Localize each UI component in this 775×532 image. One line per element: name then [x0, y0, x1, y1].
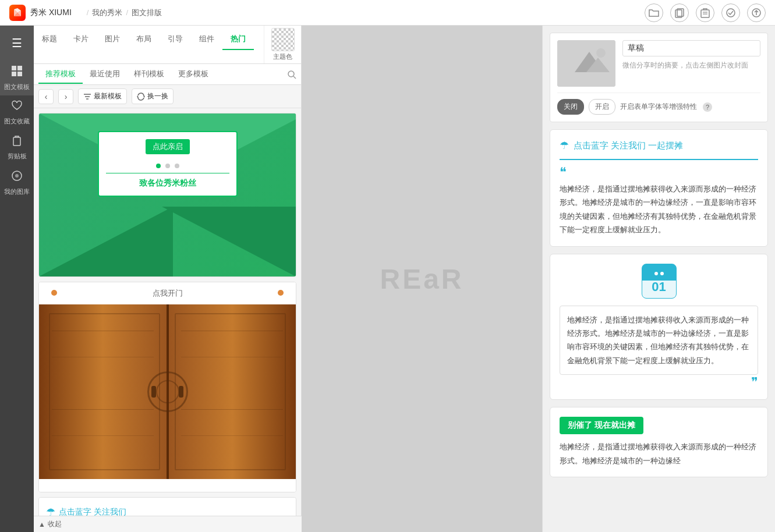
- envelope-body: 致各位秀米粉丝: [106, 178, 229, 189]
- svg-rect-11: [13, 137, 20, 146]
- subtab-magazine[interactable]: 样刊模板: [127, 65, 171, 84]
- article-header-1: ☂ 点击蓝字 关注我们 一起摆摊: [560, 139, 758, 160]
- article-header-top: ☂ 点击蓝字 关注我们 一起摆摊: [560, 139, 758, 152]
- toggle-description: 开启表单字体等增强特性: [620, 102, 697, 112]
- door-circle-outer: [147, 371, 188, 412]
- svg-rect-8: [17, 66, 22, 70]
- sidebar-item-templates[interactable]: 图文模板: [0, 61, 34, 95]
- filter-button[interactable]: 最新模板: [78, 88, 127, 104]
- dot-2: [165, 164, 170, 168]
- template-card-door[interactable]: 点我开门: [38, 282, 296, 492]
- cal-top: [642, 267, 676, 281]
- envelope-right-panel: [162, 207, 296, 276]
- svg-point-26: [596, 48, 606, 58]
- envelope-dots: [106, 164, 229, 168]
- copy-template-button[interactable]: [670, 3, 689, 22]
- subtab-more[interactable]: 更多模板: [171, 65, 215, 84]
- toggle-off-button[interactable]: 关闭: [557, 99, 584, 115]
- help-icon[interactable]: ?: [703, 102, 712, 112]
- article-body-2: 地摊经济，是指通过摆地摊获得收入来源而形成的一种经济形式。地摊经济是城市的一种边…: [567, 315, 749, 365]
- publish-button[interactable]: [747, 3, 766, 22]
- svg-point-14: [288, 71, 294, 77]
- svg-point-27: [654, 272, 658, 275]
- subtab-recent[interactable]: 最近使用: [83, 65, 127, 84]
- template-icon: [10, 65, 23, 80]
- topbar-actions: [645, 3, 766, 22]
- search-icon-area[interactable]: [287, 70, 296, 79]
- door-image: [39, 304, 296, 479]
- article-body-3: 地摊经济，是指通过摆地摊获得收入来源而形成的一种经济形式。地摊经济是城市的一种边…: [560, 440, 758, 467]
- switch-label: 换一换: [147, 91, 168, 101]
- envelope-title: 点此亲启: [146, 139, 190, 154]
- switch-button[interactable]: 换一换: [132, 88, 174, 104]
- tab-component[interactable]: 组件: [191, 29, 222, 50]
- subtab-recommend[interactable]: 推荐模板: [38, 65, 83, 84]
- door-header: 点我开门: [39, 282, 296, 304]
- letter-divider: [106, 173, 229, 173]
- tab-hot[interactable]: 热门: [222, 29, 254, 50]
- article-inner-box: 地摊经济，是指通过摆地摊获得收入来源而形成的一种经济形式。地摊经济是城市的一种边…: [560, 306, 758, 375]
- logo: 秀米 XIUMI: [9, 5, 72, 21]
- paste-button[interactable]: [696, 3, 714, 22]
- envelope-left-panel: [39, 207, 173, 276]
- toggle-row: 关闭 开启 开启表单字体等增强特性 ?: [557, 93, 760, 115]
- dot-3: [175, 164, 179, 168]
- brand-name: 秀米 XIUMI: [30, 8, 72, 18]
- page-title: 图文排版: [132, 8, 162, 18]
- svg-point-28: [660, 272, 664, 275]
- logo-icon: [9, 5, 26, 21]
- template-panel: 标题 卡片 图片 布局 引导 组件 热门 主题色 推荐模板 最近使用 样刊模板 …: [34, 26, 302, 532]
- door-right-dot: [277, 289, 284, 298]
- door-header-text: 点我开门: [153, 288, 183, 299]
- prev-page-button[interactable]: ‹: [38, 89, 54, 104]
- tab-layout[interactable]: 布局: [128, 29, 160, 50]
- gallery-label: 我的图库: [4, 187, 30, 196]
- tab-card[interactable]: 卡片: [65, 29, 97, 50]
- folder-button[interactable]: [645, 3, 663, 22]
- favorites-label: 图文收藏: [4, 117, 30, 126]
- toggle-on-button[interactable]: 开启: [589, 99, 615, 115]
- tab-image[interactable]: 图片: [97, 29, 128, 50]
- sidebar-item-gallery[interactable]: 我的图库: [0, 165, 34, 200]
- svg-rect-9: [12, 72, 16, 76]
- draft-section: 草稿 微信分享时的摘要，点击左侧图片改封面 关闭 开启 开启表单字体等增强特性 …: [550, 33, 768, 122]
- topbar: 秀米 XIUMI / 我的秀米 / 图文排版: [0, 0, 775, 26]
- article-section-3: 别催了 现在就出摊 地摊经济，是指通过摆地摊获得收入来源而形成的一种经济形式。地…: [550, 407, 768, 477]
- collapse-bar[interactable]: ▲ 收起: [34, 516, 302, 532]
- door-left-dot: [51, 289, 58, 298]
- draft-info: 草稿 微信分享时的摘要，点击左侧图片改封面: [622, 40, 760, 87]
- calendar-badge: 01: [560, 264, 758, 299]
- sidebar-item-clipboard[interactable]: 剪贴板: [0, 130, 34, 165]
- rear-watermark: REaR: [380, 263, 463, 295]
- gallery-icon: [10, 169, 23, 185]
- door-circle-inner: [156, 380, 179, 403]
- svg-rect-7: [12, 66, 16, 70]
- right-panel: 草稿 微信分享时的摘要，点击左侧图片改封面 关闭 开启 开启表单字体等增强特性 …: [542, 26, 775, 532]
- tab-guide[interactable]: 引导: [160, 29, 191, 50]
- my-xiumi-link[interactable]: 我的秀米: [92, 8, 122, 18]
- template-sub-tabs: 推荐模板 最近使用 样刊模板 更多模板: [34, 64, 301, 85]
- template-list: 点此亲启 致各位秀米粉丝: [34, 108, 301, 532]
- svg-point-5: [727, 9, 735, 17]
- umbrella-icon: ☂: [560, 139, 569, 152]
- theme-color-button[interactable]: 主题色: [264, 26, 301, 63]
- sidebar-item-favorites[interactable]: 图文收藏: [0, 95, 34, 130]
- tab-title[interactable]: 标题: [34, 29, 65, 50]
- cal-day: 01: [652, 281, 666, 293]
- highlight-bar: 别催了 现在就出摊: [560, 417, 643, 434]
- preview-area: REaR: [302, 26, 542, 532]
- collapse-arrow-icon: ▲: [38, 520, 45, 529]
- article-section-1: ☂ 点击蓝字 关注我们 一起摆摊 ❝ 地摊经济，是指通过摆地摊获得收入来源而形成…: [550, 129, 768, 247]
- theme-color-swatch: [271, 28, 295, 51]
- article-body-1: 地摊经济，是指通过摆地摊获得收入来源而形成的一种经济形式。地摊经济是城市的一种边…: [560, 182, 758, 237]
- draft-thumbnail[interactable]: [557, 40, 615, 87]
- next-page-button[interactable]: ›: [58, 89, 73, 104]
- template-label: 图文模板: [4, 83, 30, 91]
- breadcrumb-sep1: /: [87, 8, 89, 17]
- menu-icon: ☰: [12, 36, 22, 50]
- breadcrumb-sep2: /: [126, 8, 128, 17]
- svg-point-13: [15, 174, 19, 178]
- template-card-envelope[interactable]: 点此亲启 致各位秀米粉丝: [38, 113, 296, 277]
- save-button[interactable]: [721, 3, 740, 22]
- sidebar-item-menu[interactable]: ☰: [0, 26, 34, 61]
